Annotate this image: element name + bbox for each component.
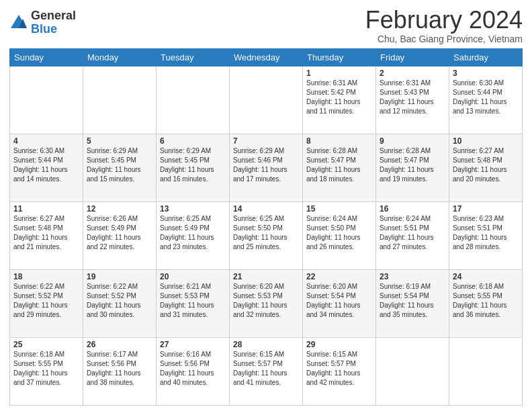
page: General Blue February 2024 Chu, Bac Gian…: [0, 0, 532, 411]
day-number: 22: [306, 272, 372, 281]
day-number: 10: [453, 136, 519, 146]
day-number: 2: [380, 68, 445, 78]
day-number: 24: [453, 272, 519, 281]
col-wednesday: Wednesday: [230, 48, 303, 66]
col-saturday: Saturday: [449, 48, 523, 66]
header-row: Sunday Monday Tuesday Wednesday Thursday…: [10, 48, 523, 66]
col-friday: Friday: [376, 48, 449, 66]
day-info: Sunrise: 6:29 AM Sunset: 5:46 PM Dayligh…: [233, 146, 299, 184]
day-info: Sunrise: 6:28 AM Sunset: 5:47 PM Dayligh…: [306, 146, 372, 184]
day-number: 21: [233, 272, 299, 281]
logo-general: General: [31, 9, 76, 23]
calendar-cell: 5Sunrise: 6:29 AM Sunset: 5:45 PM Daylig…: [83, 134, 157, 201]
day-number: 12: [87, 204, 152, 214]
calendar-cell: 3Sunrise: 6:30 AM Sunset: 5:44 PM Daylig…: [449, 66, 523, 134]
calendar-cell: 9Sunrise: 6:28 AM Sunset: 5:47 PM Daylig…: [376, 134, 449, 201]
calendar-cell: 7Sunrise: 6:29 AM Sunset: 5:46 PM Daylig…: [230, 134, 303, 201]
logo-text: General Blue: [31, 9, 76, 36]
day-number: 13: [160, 204, 226, 214]
month-title: February 2024: [365, 7, 523, 34]
calendar-cell: 16Sunrise: 6:24 AM Sunset: 5:51 PM Dayli…: [376, 201, 449, 269]
day-number: 9: [380, 136, 445, 146]
calendar-cell: 14Sunrise: 6:25 AM Sunset: 5:50 PM Dayli…: [230, 201, 303, 269]
day-info: Sunrise: 6:24 AM Sunset: 5:51 PM Dayligh…: [380, 214, 445, 252]
day-info: Sunrise: 6:29 AM Sunset: 5:45 PM Dayligh…: [160, 146, 226, 184]
day-number: 27: [160, 340, 226, 349]
col-thursday: Thursday: [303, 48, 376, 66]
logo: General Blue: [9, 9, 76, 36]
calendar-cell: 11Sunrise: 6:27 AM Sunset: 5:48 PM Dayli…: [10, 201, 83, 269]
day-info: Sunrise: 6:22 AM Sunset: 5:52 PM Dayligh…: [87, 282, 152, 320]
day-info: Sunrise: 6:18 AM Sunset: 5:55 PM Dayligh…: [13, 350, 79, 387]
calendar-week-4: 25Sunrise: 6:18 AM Sunset: 5:55 PM Dayli…: [10, 337, 523, 405]
day-number: 3: [453, 68, 519, 78]
calendar-week-1: 4Sunrise: 6:30 AM Sunset: 5:44 PM Daylig…: [10, 134, 523, 201]
day-number: 1: [306, 68, 372, 78]
calendar-cell: 19Sunrise: 6:22 AM Sunset: 5:52 PM Dayli…: [83, 269, 157, 337]
calendar-cell: 21Sunrise: 6:20 AM Sunset: 5:53 PM Dayli…: [230, 269, 303, 337]
subtitle: Chu, Bac Giang Province, Vietnam: [365, 34, 523, 44]
calendar-cell: [83, 66, 157, 134]
day-info: Sunrise: 6:31 AM Sunset: 5:43 PM Dayligh…: [380, 79, 445, 116]
calendar-cell: [157, 66, 230, 134]
calendar-week-3: 18Sunrise: 6:22 AM Sunset: 5:52 PM Dayli…: [10, 269, 523, 337]
day-number: 6: [160, 136, 226, 146]
calendar-cell: 22Sunrise: 6:20 AM Sunset: 5:54 PM Dayli…: [303, 269, 376, 337]
day-number: 16: [380, 204, 445, 214]
day-info: Sunrise: 6:16 AM Sunset: 5:56 PM Dayligh…: [160, 350, 226, 387]
day-number: 25: [13, 340, 79, 349]
day-info: Sunrise: 6:28 AM Sunset: 5:47 PM Dayligh…: [380, 146, 445, 184]
day-number: 28: [233, 340, 299, 349]
calendar-cell: 20Sunrise: 6:21 AM Sunset: 5:53 PM Dayli…: [157, 269, 230, 337]
day-info: Sunrise: 6:24 AM Sunset: 5:50 PM Dayligh…: [306, 214, 372, 252]
calendar-cell: 26Sunrise: 6:17 AM Sunset: 5:56 PM Dayli…: [83, 337, 157, 405]
calendar-week-2: 11Sunrise: 6:27 AM Sunset: 5:48 PM Dayli…: [10, 201, 523, 269]
day-info: Sunrise: 6:30 AM Sunset: 5:44 PM Dayligh…: [13, 146, 79, 184]
day-number: 26: [87, 340, 152, 349]
calendar-week-0: 1Sunrise: 6:31 AM Sunset: 5:42 PM Daylig…: [10, 66, 523, 134]
calendar-cell: [376, 337, 449, 405]
calendar-cell: 4Sunrise: 6:30 AM Sunset: 5:44 PM Daylig…: [10, 134, 83, 201]
day-info: Sunrise: 6:21 AM Sunset: 5:53 PM Dayligh…: [160, 282, 226, 320]
day-number: 17: [453, 204, 519, 214]
calendar-cell: 15Sunrise: 6:24 AM Sunset: 5:50 PM Dayli…: [303, 201, 376, 269]
day-info: Sunrise: 6:20 AM Sunset: 5:53 PM Dayligh…: [233, 282, 299, 320]
calendar-cell: 29Sunrise: 6:15 AM Sunset: 5:57 PM Dayli…: [303, 337, 376, 405]
calendar-table: Sunday Monday Tuesday Wednesday Thursday…: [9, 48, 523, 406]
logo-blue: Blue: [31, 23, 76, 36]
day-info: Sunrise: 6:20 AM Sunset: 5:54 PM Dayligh…: [306, 282, 372, 320]
day-number: 20: [160, 272, 226, 281]
calendar-cell: 17Sunrise: 6:23 AM Sunset: 5:51 PM Dayli…: [449, 201, 523, 269]
calendar-cell: 2Sunrise: 6:31 AM Sunset: 5:43 PM Daylig…: [376, 66, 449, 134]
day-info: Sunrise: 6:25 AM Sunset: 5:49 PM Dayligh…: [160, 214, 226, 252]
calendar-cell: 25Sunrise: 6:18 AM Sunset: 5:55 PM Dayli…: [10, 337, 83, 405]
day-number: 15: [306, 204, 372, 214]
day-number: 11: [13, 204, 79, 214]
logo-icon: [9, 13, 28, 32]
calendar-cell: 1Sunrise: 6:31 AM Sunset: 5:42 PM Daylig…: [303, 66, 376, 134]
day-number: 29: [306, 340, 372, 349]
calendar-cell: 27Sunrise: 6:16 AM Sunset: 5:56 PM Dayli…: [157, 337, 230, 405]
day-number: 8: [306, 136, 372, 146]
title-area: February 2024 Chu, Bac Giang Province, V…: [365, 7, 523, 44]
col-tuesday: Tuesday: [157, 48, 230, 66]
day-info: Sunrise: 6:17 AM Sunset: 5:56 PM Dayligh…: [87, 350, 152, 387]
day-info: Sunrise: 6:18 AM Sunset: 5:55 PM Dayligh…: [453, 282, 519, 320]
calendar-cell: [10, 66, 83, 134]
day-info: Sunrise: 6:19 AM Sunset: 5:54 PM Dayligh…: [380, 282, 445, 320]
calendar-cell: 12Sunrise: 6:26 AM Sunset: 5:49 PM Dayli…: [83, 201, 157, 269]
calendar-cell: 10Sunrise: 6:27 AM Sunset: 5:48 PM Dayli…: [449, 134, 523, 201]
day-info: Sunrise: 6:30 AM Sunset: 5:44 PM Dayligh…: [453, 79, 519, 116]
day-info: Sunrise: 6:29 AM Sunset: 5:45 PM Dayligh…: [87, 146, 152, 184]
calendar-cell: 13Sunrise: 6:25 AM Sunset: 5:49 PM Dayli…: [157, 201, 230, 269]
day-info: Sunrise: 6:26 AM Sunset: 5:49 PM Dayligh…: [87, 214, 152, 252]
header: General Blue February 2024 Chu, Bac Gian…: [9, 7, 523, 44]
day-info: Sunrise: 6:25 AM Sunset: 5:50 PM Dayligh…: [233, 214, 299, 252]
day-number: 19: [87, 272, 152, 281]
day-number: 4: [13, 136, 79, 146]
calendar-cell: [230, 66, 303, 134]
day-info: Sunrise: 6:31 AM Sunset: 5:42 PM Dayligh…: [306, 79, 372, 116]
col-sunday: Sunday: [10, 48, 83, 66]
day-number: 7: [233, 136, 299, 146]
day-info: Sunrise: 6:15 AM Sunset: 5:57 PM Dayligh…: [233, 350, 299, 387]
